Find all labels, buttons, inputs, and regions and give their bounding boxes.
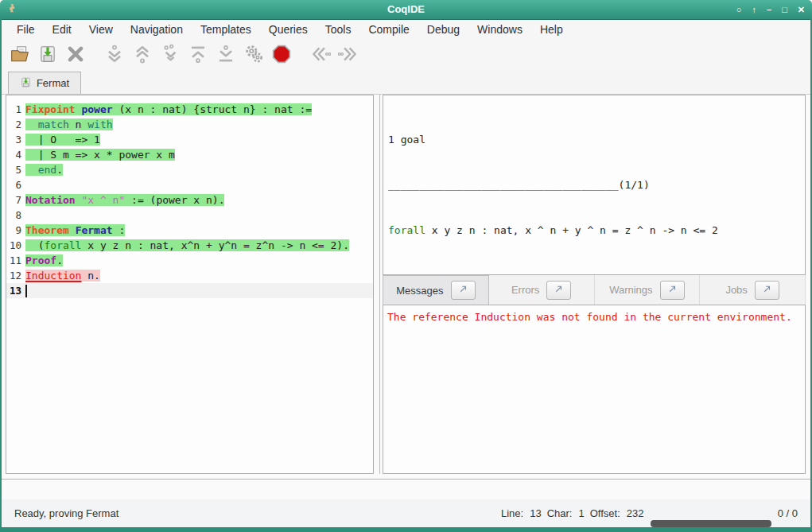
code-token: | O => 1 [25, 134, 100, 146]
code-token: "x ^ n" [81, 194, 125, 206]
tab-warnings[interactable]: Warnings [595, 275, 701, 305]
save-button[interactable] [34, 41, 61, 68]
window-close-button[interactable]: ✕ [798, 0, 805, 19]
tab-messages[interactable]: Messages [383, 275, 489, 305]
messages-panel[interactable]: The reference Induction was not found in… [383, 305, 806, 474]
code-line-8[interactable]: 8 [6, 208, 373, 223]
close-button[interactable] [62, 41, 89, 68]
code-token: | S m => x * power x m [25, 149, 175, 161]
goal-separator: _____________________________________(1/… [388, 177, 800, 192]
open-button[interactable] [6, 41, 33, 68]
code-line-2[interactable]: 2 match n with [6, 117, 373, 132]
window-maximize-button[interactable]: □ [782, 0, 787, 19]
line-value: 13 [530, 507, 541, 519]
code-line-6[interactable]: 6 [6, 177, 373, 192]
line-number: 7 [6, 194, 25, 206]
fully-check-button[interactable] [240, 41, 267, 68]
open-icon [10, 44, 30, 67]
go-to-cursor-button[interactable] [157, 41, 184, 68]
menu-queries[interactable]: Queries [260, 20, 317, 39]
code-token: n [69, 118, 87, 130]
code-line-9[interactable]: 9Theorem Fermat : [6, 223, 373, 238]
goal-panel[interactable]: 1 goal _________________________________… [383, 95, 806, 275]
code-line-5[interactable]: 5 end. [6, 162, 373, 177]
menu-tools[interactable]: Tools [317, 20, 360, 39]
pane-splitter[interactable] [379, 95, 380, 474]
go-down-button[interactable] [101, 41, 128, 68]
titlebar[interactable]: CoqIDE ○↑–□✕ [0, 0, 812, 20]
code-line-3[interactable]: 3 | O => 1 [6, 132, 373, 147]
code-token [25, 164, 38, 176]
char-value: 1 [578, 507, 584, 519]
code-line-4[interactable]: 4 | S m => x * power x m [6, 147, 373, 162]
interrupt-button[interactable] [268, 41, 295, 68]
code-token: match [38, 118, 69, 130]
script-editor[interactable]: 1Fixpoint power (x n : nat) {struct n} :… [6, 95, 374, 474]
detach-jobs-button[interactable] [755, 281, 779, 300]
code-token: ( [25, 239, 44, 251]
line-number: 11 [6, 254, 25, 266]
toolbar-group [6, 41, 89, 68]
line-label: Line: [501, 507, 523, 519]
code-line-12[interactable]: 12Induction n. [6, 268, 373, 283]
menu-debug[interactable]: Debug [418, 20, 468, 39]
text-cursor [25, 285, 27, 297]
code-line-1[interactable]: 1Fixpoint power (x n : nat) {struct n} :… [6, 102, 373, 117]
code-token: Proof [25, 254, 56, 266]
previous-button[interactable] [307, 41, 334, 68]
code-line-10[interactable]: 10 (forall x y z n : nat, x^n + y^n = z^… [6, 238, 373, 253]
detach-errors-button[interactable] [546, 281, 571, 300]
tab-warnings-label: Warnings [609, 284, 652, 296]
tab-jobs[interactable]: Jobs [700, 275, 806, 305]
progress-bar [651, 520, 771, 527]
menu-view[interactable]: View [80, 20, 122, 39]
menu-navigation[interactable]: Navigation [122, 20, 192, 39]
line-number: 3 [6, 134, 25, 146]
menu-file[interactable]: File [8, 20, 44, 39]
code-line-11[interactable]: 11Proof. [6, 253, 373, 268]
window-controls: ○↑–□✕ [736, 0, 805, 19]
go-up-button[interactable] [129, 41, 156, 68]
goal-token: forall [388, 224, 425, 236]
tab-errors-label: Errors [511, 284, 539, 296]
line-number: 5 [6, 164, 25, 176]
code-token: : [113, 224, 126, 236]
line-number: 13 [6, 285, 25, 297]
line-text: (forall x y z n : nat, x^n + y^n = z^n -… [25, 239, 349, 251]
window-shade-button[interactable]: ↑ [752, 0, 757, 19]
line-number: 8 [6, 209, 25, 221]
code-line-7[interactable]: 7Notation "x ^ n" := (power x n). [6, 192, 373, 208]
task-ratio: 0 / 0 [778, 499, 798, 527]
menu-help[interactable]: Help [531, 20, 572, 39]
line-number: 4 [6, 149, 25, 161]
line-number: 1 [6, 103, 25, 115]
code-token: . [56, 254, 63, 266]
go-to-end-button[interactable] [212, 41, 239, 68]
code-token: x y z n : nat, x^n + y^n = z^n -> n <= 2… [81, 239, 349, 251]
menu-templates[interactable]: Templates [192, 20, 260, 39]
menu-windows[interactable]: Windows [468, 20, 531, 39]
bottom-divider [2, 479, 810, 480]
tab-fermat[interactable]: Fermat [8, 72, 81, 94]
detach-messages-button[interactable] [451, 281, 476, 300]
code-token [25, 118, 38, 130]
fully-check-icon [243, 44, 264, 67]
go-to-start-icon [188, 44, 208, 67]
go-to-end-icon [216, 44, 236, 67]
go-up-icon [132, 44, 153, 67]
menu-edit[interactable]: Edit [44, 20, 80, 39]
window-keep-above-button[interactable]: ○ [736, 0, 742, 19]
detach-warnings-button[interactable] [660, 281, 685, 300]
code-line-13[interactable]: 13 [6, 283, 373, 298]
code-token: Notation [25, 194, 76, 206]
next-button[interactable] [335, 41, 362, 68]
toolbar-group [306, 41, 362, 68]
menu-compile[interactable]: Compile [359, 20, 418, 39]
status-text: Ready, proving Fermat [14, 499, 118, 527]
tab-errors[interactable]: Errors [489, 275, 595, 305]
window-minimize-button[interactable]: – [767, 0, 771, 19]
go-to-start-button[interactable] [185, 41, 212, 68]
code-token [69, 224, 76, 236]
detach-arrow-icon [667, 284, 678, 297]
offset-label: Offset: [590, 507, 620, 519]
